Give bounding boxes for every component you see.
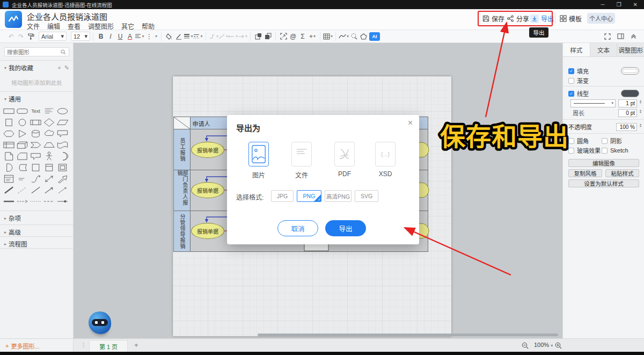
shape-parallelogram-icon[interactable] <box>56 117 69 128</box>
paste-style-button[interactable]: 粘贴样式 <box>605 169 639 177</box>
favorites-section-header[interactable]: ▾ 我的收藏 + ✎ <box>0 62 74 73</box>
shape-rectangle-icon[interactable] <box>2 105 16 117</box>
export-type-pdf[interactable]: PDF <box>324 142 365 178</box>
insert-button[interactable]: +▾ <box>308 31 317 42</box>
shape-curve-icon[interactable] <box>29 173 42 184</box>
shape-step-icon[interactable] <box>29 139 42 150</box>
add-favorite-icon[interactable]: + <box>57 64 61 71</box>
shape-ellipse-icon[interactable] <box>56 105 69 117</box>
shape-process-icon[interactable] <box>29 117 42 128</box>
general-section-header[interactable]: ▾ 通用 <box>0 93 74 104</box>
menu-edit[interactable]: 编辑 <box>47 21 60 31</box>
format-png-button[interactable]: PNG ✓ <box>297 190 321 202</box>
save-button[interactable]: 保存 <box>482 14 504 23</box>
shape-cloud-icon[interactable] <box>42 128 56 139</box>
format-hd-png-button[interactable]: 高清PNG <box>325 190 352 202</box>
shape-tape-icon[interactable] <box>56 139 69 150</box>
insert-math-icon[interactable]: Σ <box>298 31 308 42</box>
shape-container-icon[interactable] <box>42 162 56 173</box>
shape-dotted-line-icon[interactable] <box>29 195 42 207</box>
menu-arrange[interactable]: 调整图形 <box>88 21 114 31</box>
copy-style-button[interactable]: 复制风格 <box>568 169 602 177</box>
tab-text[interactable]: 文本 <box>590 43 618 56</box>
perimeter-input[interactable]: 0 pt <box>618 109 637 117</box>
shape-dashed-arrow-icon[interactable] <box>16 195 29 207</box>
opacity-input[interactable]: 100 % <box>616 123 637 131</box>
line-style-dropdown[interactable]: ▾ <box>570 99 616 107</box>
shape-arrow-icon[interactable] <box>56 173 69 184</box>
edit-image-button[interactable]: 编辑图像 <box>568 159 639 167</box>
format-jpg-button[interactable]: JPG <box>271 190 294 202</box>
line-style-button[interactable]: ▾ <box>193 31 203 42</box>
sketch-checkbox[interactable] <box>602 148 608 154</box>
shape-hexagon-icon[interactable] <box>2 128 16 139</box>
fill-color-swatch[interactable] <box>621 67 639 75</box>
export-button[interactable]: 导出 <box>530 14 554 23</box>
shape-card-icon[interactable] <box>16 150 29 162</box>
edit-favorite-icon[interactable]: ✎ <box>64 64 69 71</box>
shape-textbox-icon[interactable] <box>42 105 56 117</box>
node-reimbursement-doc-3[interactable]: 报销单据 <box>191 223 224 239</box>
menu-extras[interactable]: 其它 <box>121 21 134 31</box>
tab-arrange[interactable]: 调整图形 <box>617 43 644 56</box>
shape-rounded-rectangle-icon[interactable] <box>16 105 29 117</box>
zoom-in-icon[interactable] <box>555 342 562 349</box>
font-size-select[interactable]: 12▾ <box>71 32 90 41</box>
line-end-button[interactable]: ▾ <box>238 31 247 42</box>
menu-file[interactable]: 文件 <box>27 21 40 31</box>
pages-menu-icon[interactable]: ⋮ <box>80 342 86 349</box>
shadow-checkbox[interactable] <box>602 138 608 144</box>
shape-dash-line-icon[interactable] <box>42 195 56 207</box>
zoom-level[interactable]: 100% ▾ <box>534 342 553 348</box>
shape-search-box[interactable] <box>4 47 69 56</box>
shape-diagonal-arrow-icon[interactable] <box>42 184 56 195</box>
page-tab-1[interactable]: 第 1 页 <box>89 340 128 352</box>
section-misc[interactable]: ▸ 杂项 <box>0 213 74 223</box>
shape-circle-icon[interactable] <box>16 117 29 128</box>
to-front-icon[interactable] <box>253 31 263 42</box>
dialog-close-icon[interactable]: × <box>408 118 413 128</box>
gradient-checkbox[interactable] <box>568 78 574 84</box>
node-reimbursement-doc-1[interactable]: 报销单据 <box>191 142 224 158</box>
fill-checkbox[interactable]: ✓ <box>568 68 574 74</box>
shape-cylinder-icon[interactable] <box>29 128 42 139</box>
shape-diagonal-line-icon[interactable] <box>29 184 42 195</box>
underline-button[interactable]: U <box>115 31 125 42</box>
connection-style-button[interactable]: ▾ <box>218 31 228 42</box>
toggle-panel-icon[interactable] <box>617 33 624 39</box>
tab-style[interactable]: 样式 <box>563 43 590 56</box>
minimize-icon[interactable]: ─ <box>601 2 605 8</box>
section-advanced[interactable]: ▸ 高级 <box>0 227 74 237</box>
line-color-swatch[interactable] <box>621 90 639 97</box>
fit-page-icon[interactable] <box>279 31 288 42</box>
shape-connector-line-icon[interactable] <box>56 195 69 207</box>
rounded-checkbox[interactable] <box>568 138 574 144</box>
line-checkbox[interactable]: ✓ <box>568 91 574 97</box>
italic-button[interactable]: I <box>106 31 115 42</box>
shape-note-icon[interactable] <box>2 150 16 162</box>
format-svg-button[interactable]: SVG <box>355 190 378 202</box>
glass-checkbox[interactable] <box>568 148 574 154</box>
template-button[interactable]: 模板 <box>560 14 582 23</box>
section-flowchart[interactable]: ▸ 流程图 <box>0 238 74 249</box>
format-painter-icon[interactable] <box>26 31 35 42</box>
shape-thin-diagonal-arrow-icon[interactable] <box>56 184 69 195</box>
share-button[interactable]: 分享 <box>507 14 529 23</box>
shape-triangle-icon[interactable] <box>16 128 29 139</box>
menu-help[interactable]: 帮助 <box>142 21 155 31</box>
export-type-file[interactable]: 文件 <box>281 142 322 179</box>
shape-and-icon[interactable] <box>2 162 16 173</box>
line-width-input[interactable]: 1 pt <box>618 99 637 107</box>
font-color-button[interactable]: A <box>125 31 135 42</box>
menu-view[interactable]: 查看 <box>68 21 80 31</box>
close-icon[interactable]: ✕ <box>633 2 638 8</box>
shape-callout-icon[interactable] <box>29 150 42 162</box>
shape-data-storage-icon[interactable] <box>16 162 29 173</box>
shape-bidirectional-arrow-icon[interactable] <box>42 173 56 184</box>
export-type-xsd[interactable]: {...} XSD <box>365 142 406 178</box>
lasso-icon[interactable] <box>349 31 358 42</box>
shape-frame-icon[interactable] <box>56 162 69 173</box>
shape-internal-storage-icon[interactable] <box>2 139 16 150</box>
bold-button[interactable]: B <box>96 31 106 42</box>
zoom-out-icon[interactable] <box>522 342 529 349</box>
